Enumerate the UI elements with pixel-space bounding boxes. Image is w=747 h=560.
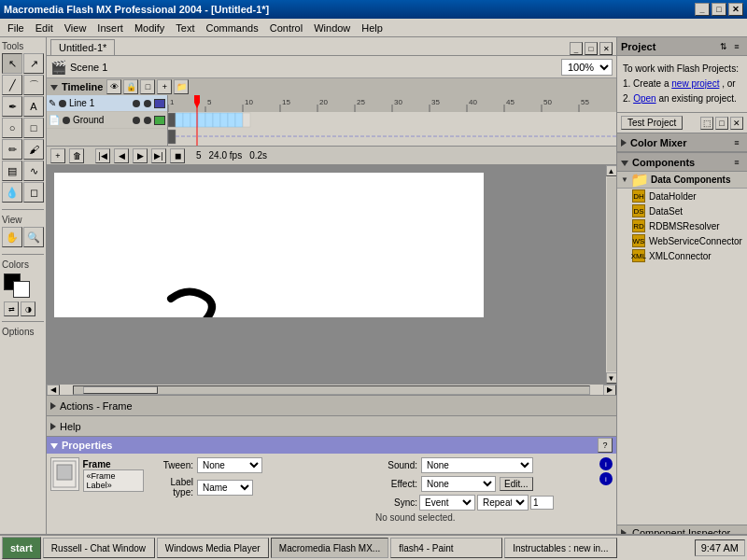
default-colors-btn[interactable]: ◑ xyxy=(21,301,35,316)
repeat-count[interactable] xyxy=(530,496,554,510)
comp-item-webservice[interactable]: WS WebServiceConnector xyxy=(617,233,747,248)
tl-add-layer-btn[interactable]: + xyxy=(50,148,65,163)
comp-group-data-header[interactable]: ▼ 📁 Data Components xyxy=(617,172,747,189)
timeline-header[interactable]: Timeline 👁 🔒 □ + 📁 xyxy=(47,78,616,95)
project-sort-btn[interactable]: ⇅ xyxy=(717,40,730,53)
taskbar-item-paint[interactable]: flash4 - Paint xyxy=(390,538,502,558)
test-proj-icon3[interactable]: ✕ xyxy=(730,117,743,130)
hand-tool[interactable]: ✋ xyxy=(2,227,22,247)
help-panel[interactable]: Help xyxy=(47,416,616,437)
doc-tab[interactable]: Untitled-1* xyxy=(50,39,115,55)
tl-last-frame-btn[interactable]: ▶| xyxy=(151,148,166,163)
arrow-tool[interactable]: ↖ xyxy=(2,53,22,74)
tl-outline-btn[interactable]: □ xyxy=(140,79,155,94)
canvas-container[interactable] xyxy=(47,165,605,384)
fill-tool[interactable]: ▤ xyxy=(2,161,22,181)
tl-prev-frame-btn[interactable]: ◀ xyxy=(114,148,129,163)
eyedropper-tool[interactable]: 💧 xyxy=(2,182,22,203)
v-scroll-up-btn[interactable]: ▲ xyxy=(606,165,617,176)
h-scroll-left-btn[interactable]: ◀ xyxy=(47,385,60,396)
minimize-btn[interactable]: _ xyxy=(695,3,710,16)
zoom-tool[interactable]: 🔍 xyxy=(23,227,44,247)
label-type-row: Label type: Name Comment Anchor xyxy=(151,477,368,497)
h-scroll-thumb[interactable] xyxy=(83,386,158,394)
actions-panel[interactable]: Actions - Frame xyxy=(47,396,616,416)
taskbar-item-instructables[interactable]: Instructables : new in... xyxy=(504,538,616,558)
project-menu-btn[interactable]: ≡ xyxy=(730,40,743,53)
zoom-select[interactable]: 100% 50% 200% xyxy=(561,59,613,76)
tl-new-layer-btn[interactable]: + xyxy=(157,79,172,94)
comp-item-dataset[interactable]: DS DataSet xyxy=(617,203,747,218)
menu-view[interactable]: View xyxy=(59,21,92,35)
start-button[interactable]: start xyxy=(2,537,41,559)
brush-tool[interactable]: 🖌 xyxy=(23,139,44,160)
menu-insert[interactable]: Insert xyxy=(92,21,129,35)
prop-icon-1[interactable]: i xyxy=(599,457,613,470)
layer-row-ground[interactable]: 📄 Ground xyxy=(47,112,167,129)
menu-window[interactable]: Window xyxy=(308,21,356,35)
timeline-frames xyxy=(168,112,616,146)
menu-text[interactable]: Text xyxy=(170,21,200,35)
subselect-tool[interactable]: ↗ xyxy=(23,53,44,74)
oval-tool[interactable]: ○ xyxy=(2,118,22,138)
menu-commands[interactable]: Commands xyxy=(200,21,263,35)
menu-help[interactable]: Help xyxy=(356,21,388,35)
repeat-select[interactable]: Repeat Loop xyxy=(477,495,529,511)
color-mixer-menu-btn[interactable]: ≡ xyxy=(730,136,743,149)
h-scroll-right-btn[interactable]: ▶ xyxy=(603,385,616,396)
color-mixer-collapse xyxy=(621,137,627,148)
line-tool[interactable]: ╱ xyxy=(2,75,22,95)
props-info-btn[interactable]: ? xyxy=(598,438,613,453)
taskbar-item-flash[interactable]: Macromedia Flash MX... xyxy=(271,538,388,558)
comp-item-xml[interactable]: XML XMLConnector xyxy=(617,248,747,263)
tl-lock-btn[interactable]: 🔒 xyxy=(123,79,138,94)
test-project-btn[interactable]: Test Project xyxy=(621,116,683,130)
tl-play-btn[interactable]: |◀ xyxy=(95,148,110,163)
frame-svg xyxy=(51,459,78,489)
pen-tool[interactable]: ✒ xyxy=(2,96,22,117)
doc-maximize-btn[interactable]: □ xyxy=(585,42,598,55)
comp-item-rdbms[interactable]: RD RDBMSResolver xyxy=(617,218,747,233)
ink-tool[interactable]: ∿ xyxy=(23,161,44,181)
tl-next-frame-btn[interactable]: ▶ xyxy=(133,148,148,163)
v-scroll-down-btn[interactable]: ▼ xyxy=(606,372,617,384)
project-open-link[interactable]: Open xyxy=(633,93,655,104)
rect-tool[interactable]: □ xyxy=(23,118,44,138)
properties-header[interactable]: Properties ? xyxy=(47,437,616,454)
doc-minimize-btn[interactable]: _ xyxy=(570,42,583,55)
comp-item-dataholder[interactable]: DH DataHolder xyxy=(617,189,747,203)
test-proj-icon2[interactable]: □ xyxy=(715,117,728,130)
menu-edit[interactable]: Edit xyxy=(30,21,59,35)
menu-file[interactable]: File xyxy=(2,21,30,35)
layer-row-line1[interactable]: ✎ Line 1 xyxy=(47,95,167,112)
lasso-tool[interactable]: ⌒ xyxy=(23,75,44,95)
tl-new-folder-btn[interactable]: 📁 xyxy=(174,79,189,94)
prop-icon-2[interactable]: i xyxy=(599,472,613,485)
test-proj-icon1[interactable]: ⬚ xyxy=(700,117,713,130)
swap-colors-btn[interactable]: ⇄ xyxy=(4,301,19,316)
tl-stop-btn[interactable]: ◼ xyxy=(170,148,185,163)
eraser-tool[interactable]: ◻ xyxy=(23,182,44,203)
menu-control[interactable]: Control xyxy=(264,21,308,35)
project-new-link[interactable]: new project xyxy=(671,78,719,89)
taskbar-item-mediaplayer[interactable]: Windows Media Player xyxy=(157,538,269,558)
tl-delete-layer-btn[interactable]: 🗑 xyxy=(69,148,84,163)
taskbar-item-chat[interactable]: Russell - Chat Window xyxy=(43,538,155,558)
fill-color[interactable] xyxy=(13,281,30,298)
effect-select[interactable]: None xyxy=(421,476,496,492)
components-menu-btn[interactable]: ≡ xyxy=(730,156,743,169)
doc-close-btn[interactable]: ✕ xyxy=(599,42,613,55)
text-tool[interactable]: A xyxy=(23,96,44,117)
color-mixer-header[interactable]: Color Mixer ≡ xyxy=(617,133,747,152)
maximize-btn[interactable]: □ xyxy=(712,3,726,16)
pencil-tool[interactable]: ✏ xyxy=(2,139,22,160)
menu-modify[interactable]: Modify xyxy=(129,21,170,35)
sync-select[interactable]: Event Start Stop Stream xyxy=(419,495,475,511)
close-btn[interactable]: ✕ xyxy=(728,3,743,16)
label-type-select[interactable]: Name Comment Anchor xyxy=(197,480,253,496)
h-scrollbar[interactable]: ◀ ▶ xyxy=(47,384,616,395)
sound-select[interactable]: None xyxy=(421,457,533,473)
tl-eye-btn[interactable]: 👁 xyxy=(106,79,121,94)
tween-select[interactable]: None Motion Shape xyxy=(197,457,262,473)
effect-edit-btn[interactable]: Edit... xyxy=(500,477,533,491)
